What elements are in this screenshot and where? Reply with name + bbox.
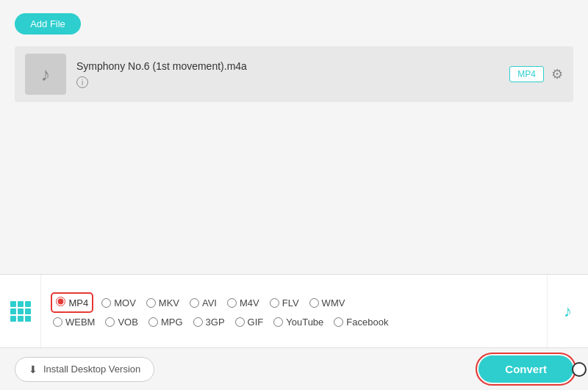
mp4-label: MP4: [68, 297, 88, 308]
convert-button[interactable]: Convert: [478, 355, 573, 383]
m4v-label: M4V: [240, 297, 259, 308]
bottom-panel: MP4 MOV MKV AVI M4V FLV: [0, 274, 588, 347]
grid-cell: [25, 316, 31, 322]
format-item-mov[interactable]: MOV: [101, 297, 136, 308]
mpg-label: MPG: [161, 317, 183, 328]
mp4-radio[interactable]: [56, 297, 65, 306]
gif-label: GIF: [248, 317, 264, 328]
avi-radio[interactable]: [190, 298, 199, 308]
youtube-radio[interactable]: [273, 317, 283, 327]
mkv-radio[interactable]: [146, 298, 156, 308]
facebook-label: Facebook: [346, 317, 388, 328]
webm-label: WEBM: [65, 317, 95, 328]
format-grid-icon[interactable]: [0, 275, 41, 348]
grid-cell: [18, 301, 24, 307]
format-item-flv[interactable]: FLV: [270, 297, 299, 308]
flv-radio[interactable]: [270, 298, 279, 308]
spacer: [15, 111, 573, 267]
flv-label: FLV: [282, 297, 299, 308]
footer: ⬇ Install Desktop Version Convert: [0, 347, 588, 390]
grid-cell: [18, 308, 24, 314]
3gp-radio[interactable]: [193, 317, 203, 327]
webm-radio[interactable]: [53, 317, 62, 327]
grid-cell: [10, 301, 16, 307]
m4v-radio[interactable]: [227, 298, 237, 308]
wmv-label: WMV: [322, 297, 345, 308]
format-item-facebook[interactable]: Facebook: [334, 317, 388, 328]
format-item-youtube[interactable]: YouTube: [273, 317, 323, 328]
file-info: Symphony No.6 (1st movement).m4a i: [76, 60, 509, 89]
gif-radio[interactable]: [235, 317, 245, 327]
format-item-vob[interactable]: VOB: [105, 317, 137, 328]
grid-cell: [25, 308, 31, 314]
format-item-avi[interactable]: AVI: [190, 297, 217, 308]
facebook-radio[interactable]: [334, 317, 343, 327]
vob-label: VOB: [118, 317, 137, 328]
format-item-3gp[interactable]: 3GP: [193, 317, 225, 328]
music-icon-right: ♪: [547, 275, 588, 348]
grid-cell: [10, 316, 16, 322]
format-options: MP4 MOV MKV AVI M4V FLV: [41, 287, 547, 335]
file-card: ♪ Symphony No.6 (1st movement).m4a i MP4…: [15, 46, 573, 102]
avi-label: AVI: [202, 297, 217, 308]
format-item-mp4[interactable]: MP4: [53, 295, 91, 311]
vob-radio[interactable]: [105, 317, 115, 327]
youtube-label: YouTube: [286, 317, 323, 328]
install-label: Install Desktop Version: [43, 364, 140, 375]
grid-cell: [10, 308, 16, 314]
mov-label: MOV: [114, 297, 136, 308]
format-item-m4v[interactable]: M4V: [227, 297, 259, 308]
3gp-label: 3GP: [206, 317, 225, 328]
music-note-icon: ♪: [41, 63, 51, 86]
format-item-webm[interactable]: WEBM: [53, 317, 95, 328]
mpg-radio[interactable]: [148, 317, 158, 327]
music-note-right-icon: ♪: [564, 302, 572, 321]
format-row-1: MP4 MOV MKV AVI M4V FLV: [53, 295, 535, 311]
format-item-gif[interactable]: GIF: [235, 317, 264, 328]
install-desktop-button[interactable]: ⬇ Install Desktop Version: [15, 357, 154, 382]
format-badge[interactable]: MP4: [509, 66, 544, 82]
format-item-wmv[interactable]: WMV: [309, 297, 345, 308]
file-actions: MP4 ⚙: [509, 66, 563, 82]
download-icon: ⬇: [29, 364, 37, 375]
grid-cell: [25, 301, 31, 307]
mov-radio[interactable]: [101, 298, 111, 308]
add-file-button[interactable]: Add File: [15, 13, 81, 35]
main-content: Add File ♪ Symphony No.6 (1st movement).…: [0, 0, 588, 274]
file-name: Symphony No.6 (1st movement).m4a: [76, 60, 509, 72]
wmv-radio[interactable]: [309, 298, 319, 308]
settings-icon[interactable]: ⚙: [551, 66, 563, 82]
grid-cell: [18, 316, 24, 322]
grid-icon: [10, 301, 31, 322]
format-item-mkv[interactable]: MKV: [146, 297, 179, 308]
file-thumbnail: ♪: [25, 54, 66, 95]
mp4-radio-wrapper: MP4: [53, 295, 91, 311]
format-item-mpg[interactable]: MPG: [148, 317, 183, 328]
format-row-2: WEBM VOB MPG 3GP GIF YouTube: [53, 317, 535, 328]
mkv-label: MKV: [159, 297, 179, 308]
info-icon[interactable]: i: [76, 76, 88, 88]
